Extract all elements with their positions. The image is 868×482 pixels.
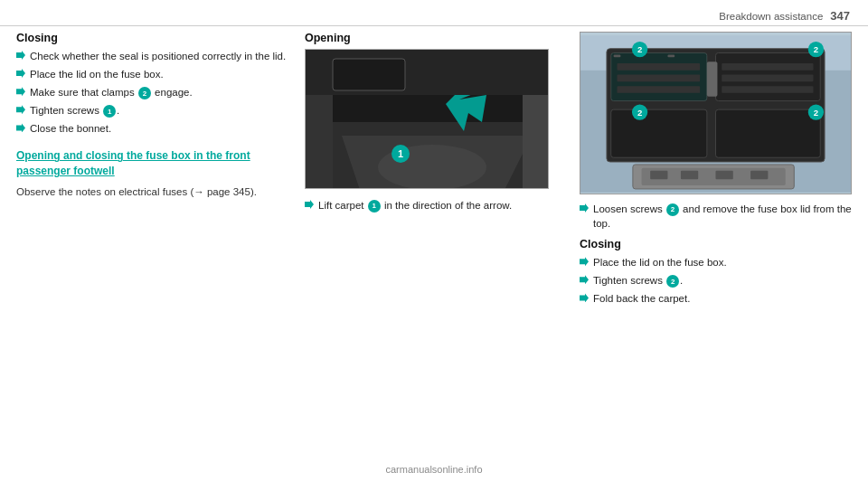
bullet-arrow-icon <box>16 105 25 114</box>
bullet-arrow-icon <box>16 69 25 78</box>
svg-rect-32 <box>618 86 701 93</box>
svg-rect-39 <box>681 171 698 180</box>
svg-text:2: 2 <box>814 108 818 118</box>
list-item: Fold back the carpet. <box>580 291 852 306</box>
badge-2: 2 <box>138 87 151 99</box>
page-number: 347 <box>830 9 850 23</box>
svg-rect-31 <box>618 75 701 82</box>
bullet-arrow-icon <box>305 200 314 209</box>
opening-title: Opening <box>305 32 567 44</box>
svg-rect-33 <box>722 63 813 71</box>
svg-text:2: 2 <box>814 44 818 54</box>
svg-rect-38 <box>650 171 667 180</box>
bullet-arrow-icon <box>580 257 589 266</box>
svg-rect-28 <box>614 54 621 57</box>
opening-image: 1 <box>305 49 549 189</box>
list-item: Close the bonnet. <box>16 121 292 136</box>
badge-1: 1 <box>368 200 381 213</box>
fusebox-svg: 2 2 2 2 <box>580 33 851 194</box>
footwell-link[interactable]: Opening and closing the fuse box in the … <box>16 148 292 179</box>
svg-rect-35 <box>722 86 813 93</box>
top-divider <box>0 25 868 26</box>
bullet-arrow-icon <box>580 293 589 302</box>
list-item: Loosen screws 2 and remove the fuse box … <box>580 202 852 231</box>
fusebox-top-image: 2 2 2 2 <box>580 32 852 194</box>
badge-2: 2 <box>666 203 679 216</box>
svg-rect-29 <box>667 54 675 57</box>
left-column: Closing Check whether the seal is positi… <box>16 32 292 455</box>
bullet-arrow-icon <box>580 275 589 284</box>
svg-text:2: 2 <box>637 108 642 118</box>
svg-text:2: 2 <box>637 44 642 54</box>
closing-title: Closing <box>16 32 292 44</box>
badge-1: 1 <box>103 105 116 118</box>
list-item: Place the lid on the fuse box. <box>16 67 292 81</box>
svg-rect-40 <box>716 171 733 180</box>
opening-list: Lift carpet 1 in the direction of the ar… <box>305 198 567 213</box>
watermark: carmanualsonline.info <box>385 464 482 475</box>
list-item: Check whether the seal is positioned cor… <box>16 49 292 63</box>
closing-list: Check whether the seal is positioned cor… <box>16 49 292 136</box>
svg-rect-16 <box>611 109 707 157</box>
main-content: Closing Check whether the seal is positi… <box>16 32 852 455</box>
list-item: Make sure that clamps 2 engage. <box>16 85 292 99</box>
right-closing-list: Place the lid on the fuse box. Tighten s… <box>580 255 852 306</box>
list-item: Lift carpet 1 in the direction of the ar… <box>305 198 567 213</box>
svg-rect-17 <box>716 109 821 157</box>
footwell-svg: 1 <box>306 50 549 189</box>
svg-rect-34 <box>722 75 813 82</box>
badge-2: 2 <box>666 275 679 288</box>
bullet-arrow-icon <box>580 203 589 213</box>
page-header: Breakdown assistance 347 <box>719 9 850 23</box>
observe-text: Observe the notes on electrical fuses (→… <box>16 184 292 199</box>
bullet-arrow-icon <box>16 87 25 96</box>
svg-rect-10 <box>333 59 405 90</box>
right-column: 2 2 2 2 <box>580 32 852 455</box>
section-title: Breakdown assistance <box>719 11 823 22</box>
list-item: Place the lid on the fuse box. <box>580 255 852 269</box>
loosen-list: Loosen screws 2 and remove the fuse box … <box>580 202 852 231</box>
middle-column: Opening 1 <box>305 32 567 455</box>
svg-rect-27 <box>707 61 718 97</box>
bullet-arrow-icon <box>16 51 25 60</box>
svg-rect-30 <box>618 63 701 71</box>
right-closing-title: Closing <box>580 238 852 250</box>
list-item: Tighten screws 2. <box>580 273 852 288</box>
svg-rect-41 <box>750 171 768 180</box>
svg-text:1: 1 <box>398 148 403 159</box>
list-item: Tighten screws 1. <box>16 103 292 118</box>
bullet-arrow-icon <box>16 123 25 132</box>
